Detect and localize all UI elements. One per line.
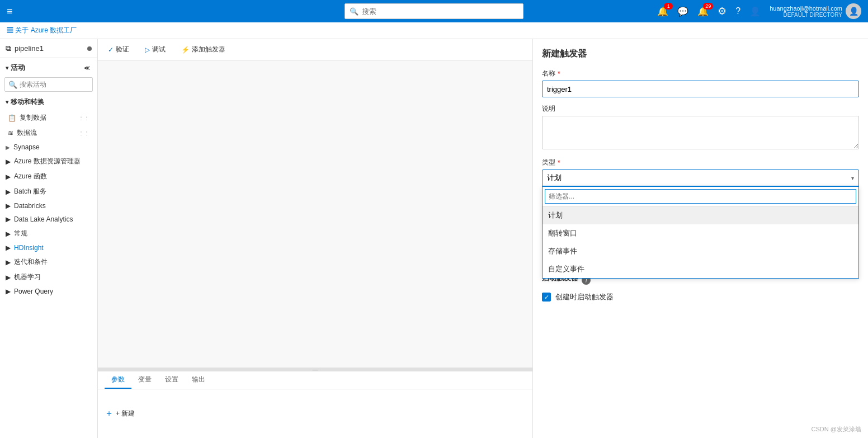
dropdown-filter-input[interactable] <box>545 189 856 204</box>
settings-icon[interactable]: ⚙ <box>718 5 727 17</box>
start-on-create-label: 创建时启动触发器 <box>555 292 614 302</box>
type-label: 类型 * <box>542 158 859 167</box>
dropdown-search-area <box>542 187 858 206</box>
pipeline-icon: ⧉ <box>6 44 11 53</box>
chevron-down-icon: ▾ <box>6 65 8 71</box>
type-chevron-icon: ▾ <box>851 175 854 181</box>
sub-header-label[interactable]: ☰ 关于 Azure 数据工厂 <box>7 26 77 35</box>
search-bar[interactable]: 🔍 <box>345 3 523 19</box>
ml-expand-icon: ▶ <box>6 274 11 281</box>
databricks-item[interactable]: ▶ Databricks <box>0 199 97 213</box>
user-info[interactable]: huangzhaoji@hotmail.com DEFAULT DIRECTOR… <box>770 3 861 19</box>
nav-logo: ≡ <box>7 6 13 17</box>
synapse-expand-icon: ▶ <box>6 144 10 150</box>
debug-button[interactable]: ▷ 调试 <box>141 43 169 56</box>
dataflow-handle-icon: ⋮⋮ <box>78 130 89 136</box>
dropdown-option-tumbling[interactable]: 翻转窗口 <box>542 224 858 242</box>
search-activities-input[interactable] <box>20 81 89 88</box>
main-layout: ⧉ pipeline1 ▾ 活动 ≪ 🔍 ▾ 移动和转换 📋 复制数据 ⋮⋮ ≋… <box>0 39 868 438</box>
general-expand-icon: ▶ <box>6 230 11 238</box>
type-dropdown-menu: 计划 翻转窗口 存储事件 自定义事件 <box>542 186 859 279</box>
validate-button[interactable]: ✓ 验证 <box>105 43 133 56</box>
bottom-panel: 参数 变量 设置 输出 ＋ + 新建 <box>98 371 532 438</box>
type-select-button[interactable]: 计划 ▾ <box>542 169 859 186</box>
collapse-icon[interactable]: ≪ <box>84 65 89 71</box>
dropdown-option-custom[interactable]: 自定义事件 <box>542 260 858 278</box>
nav-left: ≡ <box>7 6 13 17</box>
move-transform-section[interactable]: ▾ 移动和转换 <box>0 94 97 110</box>
name-input[interactable] <box>542 81 859 97</box>
add-param-icon: ＋ <box>105 408 114 420</box>
left-sidebar: ⧉ pipeline1 ▾ 活动 ≪ 🔍 ▾ 移动和转换 📋 复制数据 ⋮⋮ ≋… <box>0 39 98 438</box>
name-required: * <box>558 70 560 78</box>
start-on-create-checkbox[interactable]: ✓ <box>542 293 551 302</box>
add-trigger-icon: ⚡ <box>181 46 190 54</box>
debug-icon: ▷ <box>145 46 150 54</box>
data-lake-item[interactable]: ▶ Data Lake Analytics <box>0 213 97 226</box>
ml-item[interactable]: ▶ 机器学习 <box>0 270 97 285</box>
top-nav: ≡ 🔍 🔔 1 💬 🔔 29 ⚙ ? 👤 huangzhaoji@hotmail… <box>0 0 868 22</box>
tab-variables[interactable]: 变量 <box>131 371 158 389</box>
name-group: 名称 * <box>542 69 859 97</box>
search-icon: 🔍 <box>350 7 358 16</box>
power-query-expand-icon: ▶ <box>6 288 11 295</box>
azure-func-expand-icon: ▶ <box>6 173 11 181</box>
notification-icon[interactable]: 🔔 1 <box>657 6 668 17</box>
add-param-button[interactable]: ＋ + 新建 <box>105 408 135 420</box>
pipeline-status-dot <box>87 46 92 51</box>
iteration-item[interactable]: ▶ 迭代和条件 <box>0 255 97 270</box>
hdinsight-expand-icon: ▶ <box>6 244 11 252</box>
add-trigger-button[interactable]: ⚡ 添加触发器 <box>178 43 229 56</box>
help-icon[interactable]: 🔔 29 <box>697 6 709 17</box>
type-required: * <box>558 159 560 167</box>
avatar[interactable]: 👤 <box>846 3 861 19</box>
sub-header: ☰ 关于 Azure 数据工厂 <box>0 22 868 39</box>
batch-item[interactable]: ▶ Batch 服务 <box>0 184 97 199</box>
description-label: 说明 <box>542 104 859 114</box>
search-activities-icon: 🔍 <box>8 81 17 89</box>
search-input[interactable] <box>362 7 518 16</box>
azure-function-item[interactable]: ▶ Azure 函数 <box>0 169 97 184</box>
help-badge: 29 <box>703 3 713 10</box>
validate-icon: ✓ <box>108 46 114 54</box>
iteration-expand-icon: ▶ <box>6 258 11 266</box>
activities-label: 活动 <box>11 63 25 73</box>
data-lake-expand-icon: ▶ <box>6 215 11 223</box>
copy-data-item[interactable]: 📋 复制数据 ⋮⋮ <box>0 110 97 125</box>
question-icon[interactable]: ? <box>735 6 740 16</box>
canvas-main <box>98 60 532 368</box>
user-search-icon[interactable]: 👤 <box>749 6 761 17</box>
dataflow-item[interactable]: ≋ 数据流 ⋮⋮ <box>0 125 97 140</box>
azure-explorer-expand-icon: ▶ <box>6 158 11 166</box>
general-item[interactable]: ▶ 常规 <box>0 226 97 241</box>
batch-expand-icon: ▶ <box>6 188 11 196</box>
nav-right: 🔔 1 💬 🔔 29 ⚙ ? 👤 huangzhaoji@hotmail.com… <box>657 3 861 19</box>
activities-section[interactable]: ▾ 活动 ≪ <box>0 58 97 75</box>
dataflow-icon: ≋ <box>8 129 13 137</box>
user-name: huangzhaoji@hotmail.com DEFAULT DIRECTOR… <box>770 5 842 18</box>
tab-output[interactable]: 输出 <box>185 371 212 389</box>
feedback-icon[interactable]: 💬 <box>677 6 688 17</box>
bottom-tabs: 参数 变量 设置 输出 <box>98 371 532 389</box>
canvas-area: ✓ 验证 ▷ 调试 ⚡ 添加触发器 — 参数 变量 <box>98 39 532 438</box>
databricks-expand-icon: ▶ <box>6 202 11 210</box>
description-group: 说明 <box>542 104 859 151</box>
copy-handle-icon: ⋮⋮ <box>78 115 89 121</box>
pipeline-name[interactable]: pipeline1 <box>15 44 87 53</box>
synapse-item[interactable]: ▶ Synapse <box>0 140 97 154</box>
name-label: 名称 * <box>542 69 859 78</box>
azure-data-explorer-item[interactable]: ▶ Azure 数据资源管理器 <box>0 154 97 169</box>
hdinsight-item[interactable]: ▶ HDInsight <box>0 241 97 255</box>
search-activities-bar[interactable]: 🔍 <box>4 77 93 92</box>
type-dropdown: 计划 ▾ 计划 翻转窗口 存储事件 <box>542 169 859 186</box>
notification-badge: 1 <box>664 3 673 10</box>
panel-title: 新建触发器 <box>542 48 859 60</box>
power-query-item[interactable]: ▶ Power Query <box>0 285 97 298</box>
start-on-create-row: ✓ 创建时启动触发器 <box>542 292 859 302</box>
tab-params[interactable]: 参数 <box>105 371 131 389</box>
description-input[interactable] <box>542 116 859 149</box>
dropdown-option-schedule[interactable]: 计划 <box>542 206 858 224</box>
dropdown-option-storage[interactable]: 存储事件 <box>542 242 858 260</box>
tab-settings[interactable]: 设置 <box>158 371 185 389</box>
pipeline-header: ⧉ pipeline1 <box>0 39 97 58</box>
